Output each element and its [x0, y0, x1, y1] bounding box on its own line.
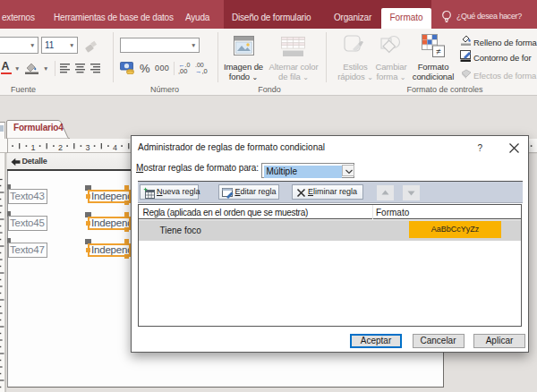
svg-text:4: 4	[113, 143, 117, 152]
svg-text:≠: ≠	[436, 47, 441, 56]
svg-text:3: 3	[85, 143, 90, 152]
svg-text:2: 2	[58, 143, 63, 152]
svg-text:1: 1	[30, 143, 35, 152]
